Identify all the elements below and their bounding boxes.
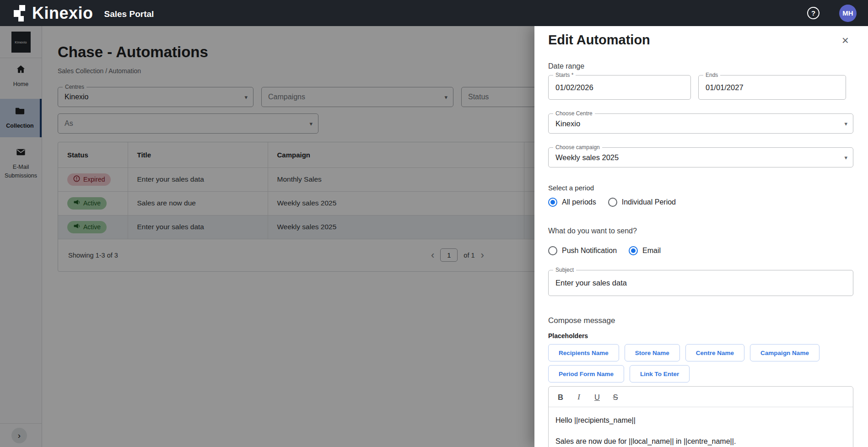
date-range-fields: Starts * 01/02/2026 Ends 01/01/2027 xyxy=(548,75,853,100)
kinexio-logo-icon xyxy=(14,4,27,22)
ends-date-field[interactable]: Ends 01/01/2027 xyxy=(698,75,846,100)
edit-automation-drawer: Edit Automation × Date range Starts * 01… xyxy=(534,26,868,447)
top-bar: Kinexio Sales Portal ? MH xyxy=(0,0,868,26)
starts-field-value: 01/02/2026 xyxy=(555,83,593,92)
message-body-input[interactable]: Hello ||recipients_name|| Sales are now … xyxy=(549,407,853,446)
brand-name: Kinexio xyxy=(32,4,93,23)
message-line: Hello ||recipients_name|| xyxy=(555,416,846,425)
italic-icon[interactable]: I xyxy=(575,393,582,402)
choose-campaign-value: Weekly sales 2025 xyxy=(555,153,619,162)
ends-field-value: 01/01/2027 xyxy=(706,83,744,92)
avatar[interactable]: MH xyxy=(839,5,857,22)
placeholder-period-form-name-button[interactable]: Period Form Name xyxy=(548,365,624,382)
subject-field-label: Subject xyxy=(553,267,576,273)
send-type-radio-group: Push Notification Email xyxy=(548,246,853,255)
close-icon[interactable]: × xyxy=(842,34,849,46)
message-line: Sales are now due for ||local_name|| in … xyxy=(555,437,846,446)
radio-email[interactable]: Email xyxy=(629,246,661,255)
editor-toolbar: B I U S xyxy=(549,387,853,407)
drawer-header: Edit Automation × xyxy=(548,32,853,48)
radio-all-periods[interactable]: All periods xyxy=(548,198,596,207)
drawer-title: Edit Automation xyxy=(548,32,650,48)
topbar-actions: ? MH xyxy=(807,0,868,26)
choose-campaign-label: Choose campaign xyxy=(553,144,602,151)
starts-date-field[interactable]: Starts * 01/02/2026 xyxy=(548,75,691,100)
choose-centre-select[interactable]: Choose Centre Kinexio ▾ xyxy=(548,113,853,134)
strikethrough-icon[interactable]: S xyxy=(612,393,619,402)
choose-campaign-select[interactable]: Choose campaign Weekly sales 2025 ▾ xyxy=(548,147,853,167)
choose-centre-value: Kinexio xyxy=(555,119,580,128)
message-editor: B I U S Hello ||recipients_name|| Sales … xyxy=(548,386,853,447)
radio-unselected-icon xyxy=(608,198,617,207)
subject-field-value: Enter your sales data xyxy=(555,279,627,287)
choose-centre-label: Choose Centre xyxy=(553,110,595,117)
radio-label: Email xyxy=(642,247,661,255)
chevron-down-icon: ▾ xyxy=(844,154,847,161)
help-icon[interactable]: ? xyxy=(807,7,819,19)
radio-label: Push Notification xyxy=(562,247,617,255)
radio-selected-icon xyxy=(629,246,638,255)
placeholder-link-to-enter-button[interactable]: Link To Enter xyxy=(630,365,690,382)
bold-icon[interactable]: B xyxy=(557,393,564,402)
compose-message-label: Compose message xyxy=(548,316,853,325)
radio-label: Individual Period xyxy=(622,198,676,206)
period-radio-group: All periods Individual Period xyxy=(548,198,853,207)
app-title: Sales Portal xyxy=(104,9,154,19)
starts-field-label: Starts * xyxy=(553,72,576,78)
placeholder-campaign-name-button[interactable]: Campaign Name xyxy=(750,344,819,361)
radio-individual-period[interactable]: Individual Period xyxy=(608,198,676,207)
radio-label: All periods xyxy=(562,198,596,206)
send-type-label: What do you want to send? xyxy=(548,227,853,235)
date-range-label: Date range xyxy=(548,62,853,70)
placeholder-buttons: Recipients Name Store Name Centre Name C… xyxy=(548,344,832,382)
chevron-down-icon: ▾ xyxy=(844,120,847,127)
underline-icon[interactable]: U xyxy=(593,393,601,402)
subject-field[interactable]: Subject Enter your sales data xyxy=(548,270,853,296)
radio-push-notification[interactable]: Push Notification xyxy=(548,246,617,255)
ends-field-label: Ends xyxy=(703,72,720,78)
placeholder-recipients-name-button[interactable]: Recipients Name xyxy=(548,344,619,361)
radio-selected-icon xyxy=(548,198,557,207)
placeholder-store-name-button[interactable]: Store Name xyxy=(625,344,680,361)
radio-unselected-icon xyxy=(548,246,557,255)
placeholder-centre-name-button[interactable]: Centre Name xyxy=(685,344,744,361)
placeholders-label: Placeholders xyxy=(548,332,853,339)
select-period-label: Select a period xyxy=(548,184,853,192)
